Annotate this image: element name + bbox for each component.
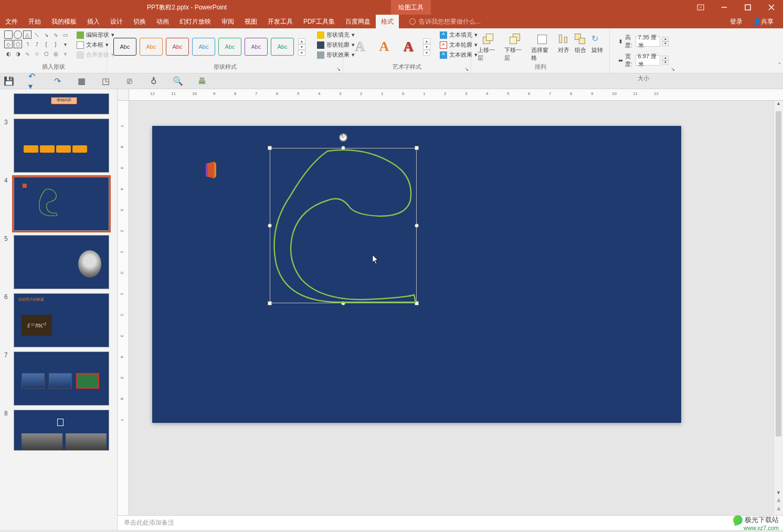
menu-insert[interactable]: 插入 <box>82 15 105 28</box>
spinner-up-icon[interactable]: ▲ <box>662 56 669 60</box>
thumbnail-slide-3[interactable]: 3 <box>0 116 117 175</box>
thumbnail-slide-2[interactable]: 举例内容 <box>0 91 117 116</box>
width-input[interactable]: 6.97 厘米 <box>636 55 660 66</box>
shape-icon[interactable]: ▭ <box>61 30 69 39</box>
dialog-launcher-icon[interactable]: ↘ <box>336 66 341 72</box>
gallery-up-icon[interactable]: ▲ <box>423 38 430 44</box>
style-preset[interactable]: Abc <box>271 38 294 56</box>
shape-icon[interactable]: ⬠ <box>14 40 22 48</box>
shape-icon[interactable]: ⤴ <box>33 40 41 48</box>
close-icon[interactable] <box>759 0 783 15</box>
redo-icon[interactable]: ↷ <box>52 77 62 86</box>
menu-home[interactable]: 开始 <box>23 15 46 28</box>
thumbnail-slide-8[interactable]: 8 <box>0 408 117 453</box>
scroll-up-icon[interactable]: ▲ <box>774 101 783 109</box>
send-backward-button[interactable]: 下移一层 <box>502 33 528 63</box>
undo-icon[interactable]: ↶ ▾ <box>28 77 38 86</box>
menu-design[interactable]: 设计 <box>105 15 128 28</box>
shapes-gallery[interactable]: △ ＼ ↘ ⬂ ▭ ◇ ⬠ ˥ ⤴ { } ▾ ◐ ◑ ∿ ☆ ⬡ ◎ ▿ <box>4 30 69 63</box>
slide-thumbnails-panel[interactable]: 举例内容 3 4 5 6 此处照片的标题 ε=mc² <box>0 89 118 530</box>
wordart-gallery[interactable]: A A A ▲ ▼ ▼ <box>347 30 432 63</box>
shape-icon[interactable] <box>4 30 13 39</box>
qat-icon[interactable]: ♁ <box>149 77 158 86</box>
horizontal-ruler[interactable]: 1211109876543210123456789101112 <box>129 89 783 101</box>
menu-slideshow[interactable]: 幻灯片放映 <box>174 15 216 28</box>
current-slide[interactable] <box>152 126 681 423</box>
wordart-preset[interactable]: A <box>350 36 371 57</box>
spinner-up-icon[interactable]: ▲ <box>662 37 669 41</box>
vertical-ruler[interactable]: 765432101234567 <box>118 101 129 515</box>
style-preset[interactable]: Abc <box>140 38 163 56</box>
tell-me-search[interactable]: 告诉我您想要做什么... <box>409 17 481 26</box>
menu-file[interactable]: 文件 <box>0 15 23 28</box>
shape-icon[interactable]: ＼ <box>33 30 41 39</box>
slide-canvas[interactable] <box>129 101 774 515</box>
gallery-up-icon[interactable]: ▲ <box>298 38 305 44</box>
ribbon-display-options-icon[interactable] <box>689 0 712 15</box>
shape-icon[interactable]: ◇ <box>4 40 13 48</box>
menu-transitions[interactable]: 切换 <box>128 15 151 28</box>
style-preset[interactable]: Abc <box>218 38 241 56</box>
selection-pane-button[interactable]: 选择窗格 <box>529 33 555 63</box>
slide-thumbnail[interactable] <box>14 352 109 406</box>
qat-icon[interactable]: 🖶 <box>197 77 207 86</box>
spinner-down-icon[interactable]: ▼ <box>662 60 669 65</box>
notes-pane[interactable]: 单击此处添加备注 <box>118 515 783 530</box>
style-preset[interactable]: Abc <box>166 38 189 56</box>
selected-shape[interactable] <box>270 148 417 303</box>
next-slide-icon[interactable]: ≛ <box>774 507 783 515</box>
wordart-preset[interactable]: A <box>374 36 395 57</box>
shape-icon[interactable]: ⬂ <box>51 30 60 39</box>
login-button[interactable]: 登录 <box>725 15 748 28</box>
shape-icon[interactable]: ◑ <box>14 49 22 58</box>
shape-icon[interactable]: ◐ <box>4 49 13 58</box>
shape-icon[interactable]: △ <box>23 30 31 39</box>
gallery-more-icon[interactable]: ▼ <box>298 50 305 56</box>
gallery-down-icon[interactable]: ▼ <box>298 44 305 50</box>
menu-baidu[interactable]: 百度网盘 <box>340 15 376 28</box>
slide-thumbnail[interactable]: 此处照片的标题 ε=mc² <box>14 293 109 347</box>
menu-developer[interactable]: 开发工具 <box>262 15 298 28</box>
qat-icon[interactable]: ▦ <box>77 77 86 86</box>
save-icon[interactable]: 💾 <box>4 77 14 86</box>
wordart-preset[interactable]: A <box>398 36 419 57</box>
menu-animations[interactable]: 动画 <box>151 15 174 28</box>
style-preset[interactable]: Abc <box>192 38 215 56</box>
shape-icon[interactable]: ∿ <box>23 49 31 58</box>
qat-icon[interactable]: ◳ <box>101 77 110 86</box>
shape-icon[interactable]: ⬡ <box>42 49 50 58</box>
menu-pdf[interactable]: PDF工具集 <box>298 15 340 28</box>
gallery-more-icon[interactable]: ▼ <box>423 50 430 56</box>
shape-style-gallery[interactable]: Abc Abc Abc Abc Abc Abc Abc ▲ ▼ ▼ <box>111 30 308 63</box>
vertical-scrollbar[interactable]: ▲ ▼ ≜ ≛ <box>774 101 783 515</box>
thumbnail-slide-5[interactable]: 5 <box>0 233 117 291</box>
bring-forward-button[interactable]: 上移一层 <box>475 33 501 63</box>
style-preset[interactable]: Abc <box>245 38 268 56</box>
shape-icon[interactable]: } <box>51 40 60 48</box>
align-button[interactable]: 对齐 <box>556 33 572 55</box>
shape-icon[interactable]: ▾ <box>61 40 69 48</box>
shape-icon[interactable]: { <box>42 40 50 48</box>
height-input[interactable]: 7.35 厘米 <box>636 36 660 47</box>
style-preset[interactable]: Abc <box>113 38 136 56</box>
shape-icon[interactable]: ◎ <box>51 49 60 58</box>
slide-thumbnail[interactable]: 举例内容 <box>14 93 109 114</box>
dialog-launcher-icon[interactable]: ↘ <box>671 66 675 72</box>
menu-review[interactable]: 审阅 <box>216 15 239 28</box>
shape-icon[interactable] <box>14 30 22 39</box>
thumbnail-slide-4[interactable]: 4 <box>0 175 117 233</box>
collapse-ribbon-icon[interactable]: ˄ <box>778 62 781 68</box>
thumbnail-slide-7[interactable]: 7 <box>0 349 117 408</box>
slide-thumbnail-selected[interactable] <box>14 177 109 231</box>
scroll-down-icon[interactable]: ▼ <box>774 490 783 498</box>
gallery-down-icon[interactable]: ▼ <box>423 44 430 50</box>
shape-icon[interactable]: ☆ <box>33 49 41 58</box>
scrollbar-thumb[interactable] <box>776 111 781 437</box>
share-button[interactable]: 👤 共享 <box>748 15 779 28</box>
slide-thumbnail[interactable] <box>14 119 109 173</box>
thumbnail-slide-6[interactable]: 6 此处照片的标题 ε=mc² <box>0 291 117 349</box>
qat-icon[interactable]: ⎚ <box>125 77 134 86</box>
contextual-tab-drawing-tools[interactable]: 绘图工具 <box>391 0 431 15</box>
dialog-launcher-icon[interactable]: ↘ <box>464 66 469 72</box>
group-button[interactable]: 组合 <box>573 33 588 55</box>
